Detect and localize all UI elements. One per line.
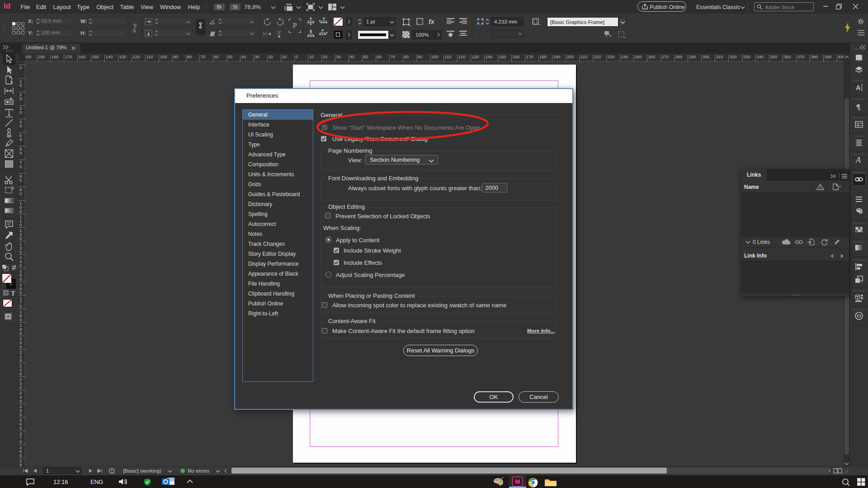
svg-text:0: 0 xyxy=(19,236,22,241)
svg-text:400: 400 xyxy=(838,54,844,59)
svg-text:140: 140 xyxy=(106,54,113,59)
svg-text:0: 0 xyxy=(19,65,22,70)
svg-text:100: 100 xyxy=(160,54,167,59)
svg-text:260: 260 xyxy=(648,54,656,59)
svg-text:50: 50 xyxy=(363,54,368,59)
svg-text:0: 0 xyxy=(19,399,22,404)
svg-text:A: A xyxy=(856,84,861,91)
svg-text:0: 0 xyxy=(19,137,22,142)
svg-text:180: 180 xyxy=(52,54,59,59)
svg-text:0: 0 xyxy=(19,358,22,363)
svg-text:120: 120 xyxy=(133,54,140,59)
svg-text:390: 390 xyxy=(825,54,832,59)
svg-text:70: 70 xyxy=(391,54,396,59)
svg-text:130: 130 xyxy=(472,54,479,59)
svg-text:0: 0 xyxy=(19,83,22,88)
svg-text:0: 0 xyxy=(19,96,22,101)
svg-text:T: T xyxy=(11,290,15,296)
svg-text:0: 0 xyxy=(19,344,22,349)
svg-text:300: 300 xyxy=(703,54,710,59)
svg-text:60: 60 xyxy=(377,54,382,59)
svg-text:120: 120 xyxy=(458,54,466,59)
svg-text:230: 230 xyxy=(608,54,615,59)
svg-text:20: 20 xyxy=(269,54,274,59)
svg-text:270: 270 xyxy=(662,54,669,59)
svg-text:150: 150 xyxy=(92,54,99,59)
svg-text:9: 9 xyxy=(19,462,22,466)
svg-text:130: 130 xyxy=(119,54,127,59)
svg-text:140: 140 xyxy=(486,54,493,59)
svg-text:330: 330 xyxy=(743,54,750,59)
svg-text:0: 0 xyxy=(19,371,22,376)
svg-text:370: 370 xyxy=(797,54,805,59)
svg-text:0: 0 xyxy=(19,263,22,268)
svg-text:0: 0 xyxy=(19,110,22,115)
svg-text:200: 200 xyxy=(26,54,31,59)
svg-text:170: 170 xyxy=(65,54,72,59)
svg-text:150: 150 xyxy=(499,54,506,59)
svg-text:0: 0 xyxy=(19,150,22,155)
svg-text:290: 290 xyxy=(689,54,696,59)
svg-text:0: 0 xyxy=(19,123,22,128)
svg-text:30: 30 xyxy=(336,54,341,59)
svg-text:0: 0 xyxy=(19,453,22,458)
svg-text:¶: ¶ xyxy=(856,103,860,111)
svg-text:180: 180 xyxy=(540,54,547,59)
svg-text:0: 0 xyxy=(19,304,22,309)
svg-text:160: 160 xyxy=(513,54,520,59)
svg-text:340: 340 xyxy=(757,54,764,59)
svg-text:90: 90 xyxy=(418,54,423,59)
svg-text:350: 350 xyxy=(770,54,778,59)
svg-text:100: 100 xyxy=(431,54,439,59)
svg-text:80: 80 xyxy=(187,54,192,59)
svg-text:0: 0 xyxy=(19,412,22,417)
svg-text:110: 110 xyxy=(146,54,153,59)
svg-text:0: 0 xyxy=(19,439,22,444)
svg-text:0: 0 xyxy=(19,317,22,322)
svg-text:0: 0 xyxy=(19,426,22,431)
svg-text:0: 0 xyxy=(19,249,22,254)
svg-text:250: 250 xyxy=(635,54,642,59)
svg-text:0: 0 xyxy=(19,331,22,336)
svg-text:170: 170 xyxy=(526,54,533,59)
svg-text:190: 190 xyxy=(553,54,561,59)
svg-text:320: 320 xyxy=(730,54,737,59)
svg-text:0: 0 xyxy=(19,385,22,390)
svg-text:110: 110 xyxy=(445,54,452,59)
svg-text:0: 0 xyxy=(19,277,22,282)
svg-text:P: P xyxy=(293,22,297,29)
svg-text:380: 380 xyxy=(811,54,818,59)
svg-text:190: 190 xyxy=(38,54,45,59)
svg-text:0: 0 xyxy=(19,209,22,214)
svg-text:0: 0 xyxy=(19,164,22,169)
svg-text:310: 310 xyxy=(716,54,723,59)
svg-text:40: 40 xyxy=(350,54,355,59)
svg-text:240: 240 xyxy=(621,54,628,59)
svg-text:80: 80 xyxy=(404,54,409,59)
svg-text:0: 0 xyxy=(19,290,22,295)
svg-text:210: 210 xyxy=(580,54,588,59)
svg-text:200: 200 xyxy=(567,54,574,59)
svg-text:0: 0 xyxy=(296,54,298,59)
svg-text:60: 60 xyxy=(214,54,219,59)
svg-text:280: 280 xyxy=(675,54,683,59)
svg-text:20: 20 xyxy=(323,54,328,59)
svg-text:70: 70 xyxy=(201,54,206,59)
svg-text:160: 160 xyxy=(79,54,86,59)
svg-text:A: A xyxy=(855,156,861,164)
svg-text:220: 220 xyxy=(594,54,601,59)
svg-text:10: 10 xyxy=(282,54,287,59)
svg-text:90: 90 xyxy=(174,54,179,59)
svg-text:10: 10 xyxy=(309,54,314,59)
svg-text:50: 50 xyxy=(228,54,233,59)
svg-text:0: 0 xyxy=(19,191,22,196)
svg-text:0: 0 xyxy=(19,222,22,227)
svg-text:0: 0 xyxy=(19,178,22,183)
svg-text:360: 360 xyxy=(784,54,791,59)
svg-text:30: 30 xyxy=(255,54,260,59)
svg-text:40: 40 xyxy=(241,54,246,59)
